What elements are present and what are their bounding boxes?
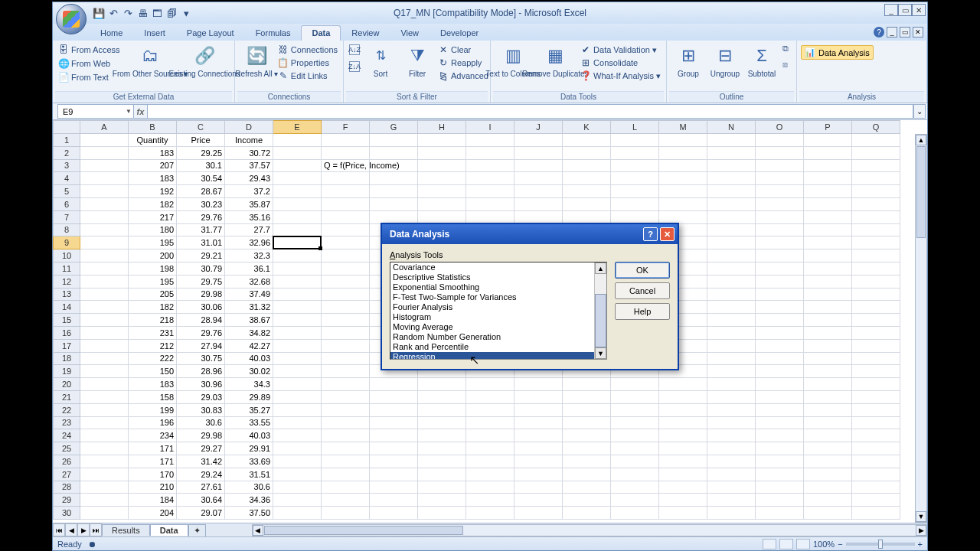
cell[interactable]: 29.21 [177, 249, 225, 262]
cell[interactable] [707, 276, 756, 289]
cell[interactable]: 30.79 [177, 262, 225, 276]
cell[interactable] [514, 391, 563, 404]
cell[interactable] [659, 172, 707, 185]
cell[interactable]: 30.02 [225, 365, 273, 378]
cell[interactable] [466, 134, 514, 147]
cell[interactable] [852, 353, 900, 366]
cell[interactable] [659, 417, 707, 430]
cell[interactable]: 30.96 [177, 378, 225, 391]
cell[interactable] [563, 147, 611, 160]
cell[interactable] [80, 481, 129, 494]
cell[interactable] [852, 327, 900, 340]
refresh-all-button[interactable]: 🔄Refresh All ▾ [239, 44, 275, 79]
normal-view-button[interactable] [763, 539, 776, 549]
cell[interactable]: 192 [129, 185, 177, 198]
cell[interactable] [466, 172, 514, 185]
cell[interactable] [466, 442, 514, 455]
sort-desc-button[interactable]: Z↓A [348, 60, 361, 73]
cell[interactable]: 30.06 [177, 301, 225, 314]
cell[interactable]: 212 [129, 340, 177, 353]
cell[interactable] [756, 442, 804, 455]
cell[interactable] [563, 455, 611, 468]
cell[interactable]: 30.23 [177, 198, 225, 211]
restore-button[interactable]: ▭ [898, 4, 912, 16]
cell[interactable] [804, 314, 852, 327]
cell[interactable] [273, 494, 322, 507]
cell[interactable] [756, 262, 804, 276]
cell[interactable] [611, 417, 659, 430]
list-item[interactable]: Histogram [390, 312, 594, 322]
cell[interactable] [852, 276, 900, 289]
cell[interactable] [80, 224, 129, 237]
cell[interactable] [418, 404, 466, 417]
cell[interactable] [611, 172, 659, 185]
cell[interactable] [852, 455, 900, 468]
cell[interactable] [852, 147, 900, 160]
cell[interactable] [80, 340, 129, 353]
cell[interactable]: 35.27 [225, 404, 273, 417]
cell[interactable] [80, 147, 129, 160]
cell[interactable] [370, 198, 418, 211]
cell[interactable] [322, 429, 370, 442]
cell[interactable] [756, 172, 804, 185]
cell[interactable]: 28.67 [177, 185, 225, 198]
cell[interactable] [707, 481, 756, 494]
hide-detail-icon[interactable]: ⧇ [782, 60, 789, 70]
cell[interactable] [514, 198, 563, 211]
cell[interactable] [322, 481, 370, 494]
cell[interactable] [659, 442, 707, 455]
cell[interactable] [418, 172, 466, 185]
list-item[interactable]: Regression [390, 352, 594, 359]
cell[interactable] [563, 172, 611, 185]
cell[interactable]: 38.67 [225, 314, 273, 327]
cell[interactable]: 33.55 [225, 417, 273, 430]
cell[interactable] [273, 211, 322, 224]
cell[interactable]: 29.98 [177, 289, 225, 302]
cell[interactable] [273, 391, 322, 404]
cell[interactable] [514, 404, 563, 417]
cell[interactable] [707, 404, 756, 417]
row-header[interactable]: 22 [53, 404, 80, 417]
row-header[interactable]: 29 [53, 494, 80, 507]
connections-button[interactable]: ⛓Connections [276, 44, 339, 56]
column-header[interactable]: A [80, 120, 129, 134]
cell[interactable]: 217 [129, 211, 177, 224]
cell[interactable] [322, 314, 370, 327]
column-header[interactable]: N [707, 120, 756, 134]
cell[interactable] [80, 172, 129, 185]
cell[interactable] [80, 507, 129, 520]
cell[interactable] [659, 494, 707, 507]
cell[interactable]: 30.6 [225, 481, 273, 494]
cell[interactable]: 29.24 [177, 468, 225, 481]
mdi-minimize-button[interactable]: _ [887, 27, 897, 37]
tab-data[interactable]: Data [301, 25, 341, 41]
row-header[interactable]: 5 [53, 185, 80, 198]
cell[interactable] [852, 429, 900, 442]
data-analysis-button[interactable]: 📊Data Analysis [801, 45, 874, 60]
row-header[interactable]: 18 [53, 353, 80, 366]
cell[interactable] [80, 365, 129, 378]
cell[interactable] [804, 468, 852, 481]
cell[interactable] [370, 481, 418, 494]
cell[interactable] [514, 468, 563, 481]
cell[interactable]: 30.72 [225, 147, 273, 160]
column-header[interactable]: Q [852, 120, 900, 134]
cell[interactable] [322, 211, 370, 224]
cell[interactable] [370, 442, 418, 455]
cell[interactable]: Income [225, 134, 273, 147]
cell[interactable]: 30.83 [177, 404, 225, 417]
cell[interactable]: 180 [129, 224, 177, 237]
cell[interactable] [611, 507, 659, 520]
cell[interactable] [563, 198, 611, 211]
cell[interactable] [756, 494, 804, 507]
cell[interactable] [804, 198, 852, 211]
cell[interactable] [80, 134, 129, 147]
cell[interactable] [273, 507, 322, 520]
cell[interactable] [273, 404, 322, 417]
cell[interactable] [466, 185, 514, 198]
from-web-button[interactable]: 🌐From Web [57, 57, 122, 70]
mdi-restore-button[interactable]: ▭ [900, 27, 910, 37]
tab-home[interactable]: Home [90, 25, 133, 41]
cell[interactable]: 29.25 [177, 147, 225, 160]
cell[interactable] [80, 353, 129, 366]
